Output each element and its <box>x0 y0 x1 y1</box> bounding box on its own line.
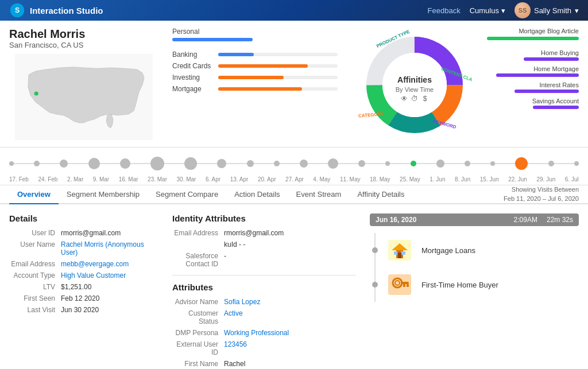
profile-left: Rachel Morris San Francisco, CA US <box>9 28 158 142</box>
event-header: Jun 16, 2020 2:09AM 22m 32s <box>370 213 579 226</box>
timeline-label: 25. May <box>400 176 420 182</box>
timeline-dot <box>358 160 365 167</box>
donut-svg: Affinities By View Time 👁 ⏱ $ PRODUCT TY… <box>357 28 472 142</box>
timeline-dot <box>60 160 68 168</box>
affinity-keywords: Mortgage Blog Article Home Buying Home M… <box>487 28 579 142</box>
timeline-dot <box>217 159 226 168</box>
tab-segment-compare[interactable]: Segment Compare <box>148 185 226 204</box>
showing-visits: Showing Visits Between Feb 11, 2020 – Ju… <box>504 185 579 203</box>
timeline-dot <box>328 158 338 169</box>
attribute-row: Customer Status Active <box>172 309 356 325</box>
tab-affinity-details[interactable]: Affinity Details <box>349 185 412 204</box>
affinity-categories: Personal Banking Credit Cards Investing … <box>168 28 342 142</box>
attribute-row: External User ID 123456 <box>172 340 356 356</box>
svg-point-8 <box>382 53 447 117</box>
keyword-bars: Home Buying Home Mortgage Interest Rates… <box>487 49 579 109</box>
tab-overview[interactable]: Overview <box>9 185 59 204</box>
svg-rect-22 <box>394 251 397 255</box>
timeline-dot <box>120 158 130 169</box>
keyword-row: Savings Account <box>487 98 579 109</box>
svg-text:⏱: ⏱ <box>411 95 418 103</box>
details-section: Details User ID rmorris@gmail.com User N… <box>0 204 588 369</box>
timeline-label: 2. Mar <box>67 176 83 182</box>
timeline-dot-green <box>411 161 416 166</box>
timeline-label: 27. Apr <box>285 176 304 182</box>
svg-text:S: S <box>15 6 20 14</box>
keyword-row: Home Buying <box>487 49 579 61</box>
feedback-link[interactable]: Feedback <box>428 6 461 15</box>
svg-text:$: $ <box>423 95 427 103</box>
event-timeline: Jun 16, 2020 2:09AM 22m 32s Mortgage Loa… <box>370 213 579 369</box>
identity-row: Salesforce Contact ID - <box>172 252 356 268</box>
timeline-dot <box>34 161 40 166</box>
location-dot <box>34 91 38 95</box>
timeline-dot <box>184 157 197 170</box>
detail-row: LTV $1,251.00 <box>9 283 158 291</box>
event-name: Mortgage Loans <box>421 246 475 255</box>
timeline-dot <box>274 161 280 166</box>
timeline-dot <box>9 161 14 166</box>
keyword-row: Home Mortgage <box>487 65 579 77</box>
identity-title: Identity Attributes <box>172 213 356 223</box>
attribute-row: Advisor Name Sofia Lopez <box>172 298 356 306</box>
tab-event-stream[interactable]: Event Stream <box>288 185 350 204</box>
timeline-label: 1. Jun <box>430 176 445 182</box>
timeline-label: 17. Feb <box>9 176 29 182</box>
tab-segment-membership[interactable]: Segment Membership <box>59 185 148 204</box>
map-container <box>9 54 158 140</box>
app-header: S Interaction Studio Feedback Cumulus ▾ … <box>0 0 588 21</box>
details-panel: Details User ID rmorris@gmail.com User N… <box>9 213 158 369</box>
timeline-label: 13. Apr <box>230 176 249 182</box>
timeline-label: 29. Jun <box>536 176 555 182</box>
timeline-label: 6. Apr <box>206 176 220 182</box>
personal-bar <box>172 38 253 41</box>
timeline-label: 23. Mar <box>148 176 167 182</box>
keyword-row: Interest Rates <box>487 81 579 93</box>
detail-row: Email Address mebb@evergage.com <box>9 260 158 268</box>
chart-wrapper: Affinities By View Time 👁 ⏱ $ PRODUCT TY… <box>357 28 472 142</box>
timeline-label: 22. Jun <box>508 176 527 182</box>
detail-row: Account Type High Value Customer <box>9 271 158 279</box>
detail-row: Last Visit Jun 30 2020 <box>9 306 158 314</box>
salesforce-logo: S <box>9 2 25 18</box>
event-icon-house <box>385 238 415 263</box>
svg-rect-23 <box>398 253 401 258</box>
top-content-bar <box>487 37 579 40</box>
profile-location: San Francisco, CA US <box>9 41 158 49</box>
timeline-label: 11. May <box>340 176 361 182</box>
tenant-selector[interactable]: Cumulus ▾ <box>470 6 505 15</box>
tabs-section: OverviewSegment MembershipSegment Compar… <box>0 185 588 204</box>
detail-row: First Seen Feb 12 2020 <box>9 294 158 302</box>
us-map <box>9 54 158 140</box>
affinities-chart: Affinities By View Time 👁 ⏱ $ PRODUCT TY… <box>351 28 478 142</box>
user-menu[interactable]: SS Sally Smith ▾ <box>514 2 579 18</box>
affinity-row: Banking <box>172 51 338 59</box>
personal-label: Personal <box>172 28 338 36</box>
profile-section: Rachel Morris San Francisco, CA US Perso… <box>0 21 588 147</box>
timeline-labels: 17. Feb24. Feb2. Mar9. Mar16. Mar23. Mar… <box>9 176 579 182</box>
tab-action-details[interactable]: Action Details <box>226 185 288 204</box>
event-icon-key <box>385 272 415 297</box>
timeline-label: 8. Jun <box>455 176 470 182</box>
timeline-dot <box>490 161 495 166</box>
timeline-dot <box>465 161 470 166</box>
timeline-dot <box>88 158 100 169</box>
svg-rect-27 <box>401 282 409 284</box>
app-title: Interaction Studio <box>30 6 103 15</box>
affinity-row: Mortgage <box>172 85 338 93</box>
timeline-dot <box>548 161 554 166</box>
timeline-label: 30. Mar <box>177 176 196 182</box>
event-items: Mortgage Loans First-Time Home Buyer <box>370 233 579 302</box>
timeline-dot-orange <box>515 157 528 170</box>
event-name: First-Time Home Buyer <box>421 281 498 289</box>
timeline-section: 17. Feb24. Feb2. Mar9. Mar16. Mar23. Mar… <box>0 147 588 185</box>
timeline-dot <box>436 160 444 168</box>
avatar: SS <box>514 2 531 18</box>
header-right: Feedback Cumulus ▾ SS Sally Smith ▾ <box>428 2 579 18</box>
identity-rows: Email Address rmorris@gmail.com kuId - -… <box>172 229 356 268</box>
svg-rect-29 <box>403 284 405 287</box>
affinity-row: Credit Cards <box>172 62 338 70</box>
affinity-row: Investing <box>172 73 338 81</box>
profile-name: Rachel Morris <box>9 28 158 41</box>
attribute-row: First Name Rachel <box>172 360 356 368</box>
